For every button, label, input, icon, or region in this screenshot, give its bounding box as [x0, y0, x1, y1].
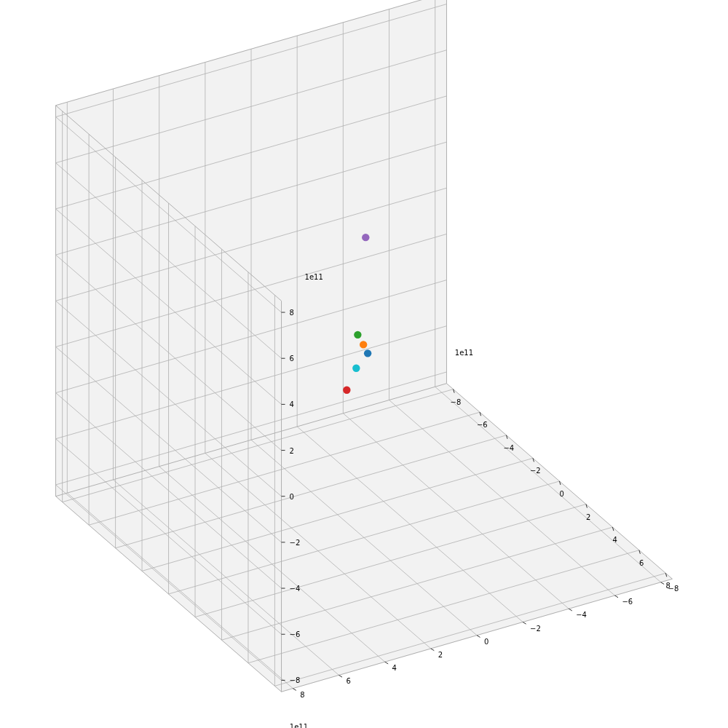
- y-tick-label: −6: [622, 598, 633, 606]
- y-tick-label: 0: [484, 638, 488, 646]
- data-point: [362, 234, 369, 241]
- tick-mark: [339, 675, 342, 677]
- x-tick-label: −6: [477, 421, 488, 429]
- y-tick-label: 4: [392, 664, 397, 672]
- z-tick-label: 2: [290, 447, 294, 455]
- x-tick-label: −2: [530, 467, 541, 475]
- tick-mark: [293, 689, 296, 691]
- z-tick-label: −2: [290, 539, 301, 547]
- tick-mark: [615, 596, 619, 598]
- z-tick-label: 6: [290, 355, 294, 363]
- x-scale-label: 1e11: [455, 349, 473, 357]
- tick-mark: [569, 609, 572, 611]
- y-tick-label: −2: [530, 625, 541, 633]
- tick-mark: [385, 662, 389, 664]
- x-tick-label: −8: [451, 398, 462, 406]
- x-tick-label: 2: [586, 513, 590, 521]
- z-scale-label: 1e11: [305, 273, 323, 281]
- z-tick-label: −6: [290, 630, 301, 638]
- y-tick-label: −4: [576, 611, 587, 619]
- y-tick-label: 6: [346, 677, 350, 685]
- data-point: [343, 387, 350, 394]
- x-tick-label: 6: [639, 559, 644, 567]
- tick-mark: [523, 622, 526, 624]
- z-tick-label: 8: [290, 309, 294, 317]
- x-tick-label: −4: [503, 444, 514, 452]
- tick-mark: [431, 649, 435, 651]
- data-point: [364, 349, 371, 357]
- y-tick-label: 2: [438, 651, 443, 659]
- y-scale-label: 1e11: [290, 723, 308, 728]
- data-point: [352, 365, 360, 372]
- y-tick-label: −8: [668, 585, 679, 593]
- data-point: [354, 331, 361, 339]
- z-tick-label: 0: [290, 493, 294, 501]
- y-tick-label: 8: [300, 691, 304, 699]
- tick-mark: [661, 582, 665, 585]
- scatter-3d-chart: −8−6−4−202468−8−6−4−202468−8−6−4−202468 …: [0, 0, 728, 728]
- x-tick-label: 0: [560, 490, 564, 498]
- x-tick-label: 4: [613, 536, 617, 544]
- z-tick-label: −8: [290, 676, 301, 684]
- z-tick-label: 4: [290, 400, 294, 408]
- tick-mark: [477, 636, 480, 638]
- z-tick-label: −4: [290, 585, 301, 593]
- data-point: [360, 341, 367, 348]
